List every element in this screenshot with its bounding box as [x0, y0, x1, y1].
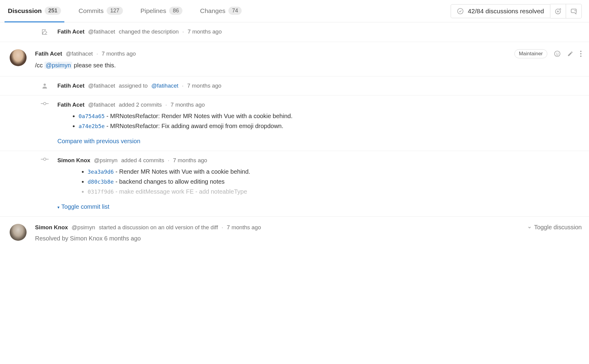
commit-sha[interactable]: 0317f9d6 [88, 188, 114, 195]
tab-pipelines[interactable]: Pipelines 86 [138, 0, 185, 22]
commit-sha[interactable]: d80c3b8e [88, 179, 114, 185]
note-timestamp[interactable]: 7 months ago [227, 224, 261, 231]
mr-tabs-bar: Discussion 251 Commits 127 Pipelines 86 … [0, 0, 589, 22]
edit-icon [41, 28, 48, 36]
svg-point-6 [580, 53, 581, 54]
note-timestamp[interactable]: 7 months ago [171, 101, 205, 108]
system-note-assigned: Fatih Acet @fatihacet assigned to @fatih… [0, 76, 589, 95]
tab-changes[interactable]: Changes 74 [198, 0, 244, 22]
mr-tabs: Discussion 251 Commits 127 Pipelines 86 … [5, 0, 443, 22]
note-timestamp[interactable]: 7 months ago [187, 82, 221, 89]
commit-item: d80c3b8e - backend changes to allow edit… [88, 177, 582, 187]
tab-commits[interactable]: Commits 127 [76, 0, 125, 22]
note-handle[interactable]: @psimyn [72, 224, 95, 231]
svg-point-7 [580, 56, 581, 57]
discussions-resolved-text: 42/84 discussions resolved [468, 8, 544, 15]
note-author[interactable]: Fatih Acet [57, 101, 85, 108]
svg-point-8 [43, 84, 46, 86]
check-circle-icon [457, 8, 464, 14]
commit-msg: - Render MR Notes with Vue with a cookie… [114, 168, 250, 175]
note-handle[interactable]: @fatihacet [66, 50, 93, 57]
note-author[interactable]: Fatih Acet [57, 28, 85, 35]
toggle-commit-list-label: Toggle commit list [61, 203, 109, 210]
commit-msg: - MRNotesRefactor: Fix adding award emoj… [105, 123, 283, 129]
note-text-prefix: /cc [35, 62, 44, 69]
emoji-icon[interactable] [554, 50, 561, 57]
separator: · [166, 101, 167, 108]
tab-discussion-label: Discussion [8, 7, 42, 14]
note-handle[interactable]: @fatihacet [88, 101, 115, 108]
system-note-commits: Simon Knox @psimyn added 4 commits · 7 m… [0, 151, 589, 217]
discussions-resolved-toolbar: 42/84 discussions resolved [451, 4, 582, 18]
separator: · [182, 82, 184, 89]
note-author[interactable]: Fatih Acet [35, 50, 62, 57]
note-timestamp[interactable]: 7 months ago [173, 157, 207, 164]
svg-point-0 [458, 8, 463, 14]
tab-discussion[interactable]: Discussion 251 [5, 0, 63, 22]
commit-msg: - backend changes to allow editing notes [114, 178, 225, 185]
note-action: added 2 commits [119, 101, 162, 108]
discussions-resolved-status: 42/84 discussions resolved [451, 4, 550, 18]
note-actions: Maintainer [514, 49, 582, 58]
note-text-suffix: please see this. [72, 62, 116, 69]
tab-commits-label: Commits [79, 7, 104, 14]
toggle-commit-list-link[interactable]: ▾Toggle commit list [57, 203, 109, 210]
commit-sha[interactable]: 0a754a65 [79, 113, 105, 119]
system-note-description-changed: Fatih Acet @fatihacet changed the descri… [0, 22, 589, 42]
avatar[interactable] [10, 49, 27, 66]
note-timestamp[interactable]: 7 months ago [101, 50, 136, 57]
chevron-down-icon: ▾ [57, 205, 60, 210]
separator: · [96, 50, 98, 57]
discussion-thread-header: Simon Knox @psimyn started a discussion … [0, 217, 589, 244]
svg-point-12 [43, 158, 46, 160]
commit-list: 3ea3a9d6 - Render MR Notes with Vue with… [88, 167, 582, 197]
svg-point-3 [556, 53, 557, 53]
note-action: changed the description [119, 28, 179, 35]
separator: · [168, 157, 169, 164]
svg-point-4 [558, 53, 558, 53]
commit-sha[interactable]: a74e2b5e [79, 123, 105, 129]
commit-icon [41, 101, 49, 106]
avatar[interactable] [10, 224, 27, 241]
svg-point-2 [555, 51, 560, 56]
compare-versions-link[interactable]: Compare with previous version [57, 138, 140, 145]
commit-msg: - make editMessage work FE - add noteabl… [114, 188, 247, 195]
toggle-discussion-button[interactable]: Toggle discussion [527, 224, 582, 231]
kebab-icon[interactable] [580, 50, 582, 57]
note-author[interactable]: Fatih Acet [57, 82, 85, 89]
user-mention[interactable]: @psimyn [44, 62, 72, 69]
user-note: Fatih Acet @fatihacet · 7 months ago Mai… [0, 42, 589, 76]
tab-pipelines-count: 86 [169, 7, 182, 15]
tab-commits-count: 127 [107, 7, 123, 15]
tab-changes-count: 74 [228, 7, 242, 15]
commit-icon [41, 157, 49, 161]
resolve-next-issue-button[interactable] [550, 4, 566, 18]
user-icon [41, 82, 48, 89]
note-author[interactable]: Simon Knox [35, 224, 68, 231]
assignee-mention[interactable]: @fatihacet [151, 82, 179, 89]
commit-item: 0a754a65 - MRNotesRefactor: Render MR No… [79, 111, 582, 121]
pencil-icon[interactable] [567, 51, 573, 57]
separator: · [182, 28, 184, 35]
note-handle[interactable]: @fatihacet [88, 28, 115, 35]
role-badge: Maintainer [514, 49, 547, 58]
chevron-down-icon [527, 225, 532, 230]
note-handle[interactable]: @fatihacet [88, 82, 115, 89]
discussion-resolved-by: Resolved by Simon Knox 6 months ago [35, 235, 582, 242]
note-handle[interactable]: @psimyn [94, 157, 117, 164]
commit-list: 0a754a65 - MRNotesRefactor: Render MR No… [79, 111, 582, 131]
svg-point-9 [43, 102, 46, 105]
commit-item-faded: 0317f9d6 - make editMessage work FE - ad… [88, 187, 582, 197]
note-content: /cc @psimyn please see this. [35, 62, 582, 69]
jump-to-unresolved-button[interactable] [566, 4, 582, 18]
note-timestamp[interactable]: 7 months ago [188, 28, 222, 35]
toggle-discussion-label: Toggle discussion [534, 224, 582, 231]
note-author[interactable]: Simon Knox [57, 157, 90, 164]
commit-sha[interactable]: 3ea3a9d6 [88, 169, 114, 175]
commit-item: 3ea3a9d6 - Render MR Notes with Vue with… [88, 167, 582, 177]
tab-discussion-count: 251 [45, 7, 61, 15]
commit-msg: - MRNotesRefactor: Render MR Notes with … [105, 113, 293, 119]
note-action: started a discussion on an old version o… [99, 224, 218, 231]
tab-pipelines-label: Pipelines [140, 7, 166, 14]
commit-item: a74e2b5e - MRNotesRefactor: Fix adding a… [79, 121, 582, 131]
